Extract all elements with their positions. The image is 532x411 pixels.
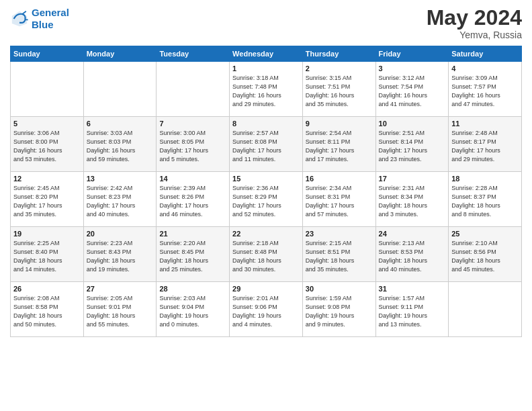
calendar-cell: 22Sunrise: 2:18 AM Sunset: 8:48 PM Dayli… xyxy=(230,227,303,282)
calendar-cell: 3Sunrise: 3:12 AM Sunset: 7:54 PM Daylig… xyxy=(375,62,449,117)
day-number: 1 xyxy=(232,64,300,73)
day-number: 26 xyxy=(13,285,81,293)
day-number: 19 xyxy=(13,230,81,238)
calendar-cell: 24Sunrise: 2:13 AM Sunset: 8:53 PM Dayli… xyxy=(375,227,449,282)
day-number: 18 xyxy=(451,175,519,183)
calendar-cell: 9Sunrise: 2:54 AM Sunset: 8:11 PM Daylig… xyxy=(302,117,375,172)
month-year: May 2024 xyxy=(427,7,522,28)
calendar-cell xyxy=(83,62,157,117)
day-number: 20 xyxy=(87,230,154,238)
day-info: Sunrise: 3:00 AM Sunset: 8:05 PM Dayligh… xyxy=(159,129,226,164)
day-info: Sunrise: 2:31 AM Sunset: 8:34 PM Dayligh… xyxy=(379,184,446,219)
day-number: 6 xyxy=(87,120,154,128)
day-info: Sunrise: 2:03 AM Sunset: 9:04 PM Dayligh… xyxy=(159,294,226,329)
day-number: 10 xyxy=(379,120,446,128)
calendar-cell: 23Sunrise: 2:15 AM Sunset: 8:51 PM Dayli… xyxy=(302,227,375,282)
day-info: Sunrise: 1:57 AM Sunset: 9:11 PM Dayligh… xyxy=(379,294,446,329)
day-info: Sunrise: 3:18 AM Sunset: 7:48 PM Dayligh… xyxy=(232,74,300,109)
col-tuesday: Tuesday xyxy=(157,46,230,62)
calendar-cell: 5Sunrise: 3:06 AM Sunset: 8:00 PM Daylig… xyxy=(11,117,84,172)
day-number: 4 xyxy=(451,64,519,73)
day-info: Sunrise: 2:13 AM Sunset: 8:53 PM Dayligh… xyxy=(379,239,446,274)
day-info: Sunrise: 2:18 AM Sunset: 8:48 PM Dayligh… xyxy=(232,239,300,274)
day-info: Sunrise: 2:48 AM Sunset: 8:17 PM Dayligh… xyxy=(451,129,519,164)
calendar-cell: 21Sunrise: 2:20 AM Sunset: 8:45 PM Dayli… xyxy=(157,227,230,282)
page: General Blue May 2024 Yemva, Russia Sund… xyxy=(0,0,532,411)
calendar-cell: 8Sunrise: 2:57 AM Sunset: 8:08 PM Daylig… xyxy=(230,117,303,172)
col-friday: Friday xyxy=(375,46,449,62)
day-info: Sunrise: 2:23 AM Sunset: 8:43 PM Dayligh… xyxy=(87,239,154,274)
col-monday: Monday xyxy=(83,46,157,62)
day-info: Sunrise: 2:20 AM Sunset: 8:45 PM Dayligh… xyxy=(159,239,226,274)
day-info: Sunrise: 2:25 AM Sunset: 8:40 PM Dayligh… xyxy=(13,239,81,274)
calendar-cell: 17Sunrise: 2:31 AM Sunset: 8:34 PM Dayli… xyxy=(375,172,449,227)
day-info: Sunrise: 2:45 AM Sunset: 8:20 PM Dayligh… xyxy=(13,184,81,219)
logo-text: General Blue xyxy=(32,7,69,31)
day-number: 23 xyxy=(306,230,373,238)
calendar-cell: 26Sunrise: 2:08 AM Sunset: 8:58 PM Dayli… xyxy=(11,282,84,337)
day-info: Sunrise: 1:59 AM Sunset: 9:08 PM Dayligh… xyxy=(306,294,373,329)
day-number: 27 xyxy=(87,285,154,293)
day-info: Sunrise: 3:09 AM Sunset: 7:57 PM Dayligh… xyxy=(451,74,519,109)
day-number: 28 xyxy=(159,285,226,293)
header-row: Sunday Monday Tuesday Wednesday Thursday… xyxy=(11,46,522,62)
calendar-cell: 6Sunrise: 3:03 AM Sunset: 8:03 PM Daylig… xyxy=(83,117,157,172)
day-number: 11 xyxy=(451,120,519,128)
logo: General Blue xyxy=(10,7,69,31)
day-info: Sunrise: 2:51 AM Sunset: 8:14 PM Dayligh… xyxy=(379,129,446,164)
day-number: 25 xyxy=(451,230,519,238)
day-number: 31 xyxy=(379,285,446,293)
day-info: Sunrise: 2:15 AM Sunset: 8:51 PM Dayligh… xyxy=(306,239,373,274)
calendar-cell: 4Sunrise: 3:09 AM Sunset: 7:57 PM Daylig… xyxy=(449,62,522,117)
calendar-cell: 29Sunrise: 2:01 AM Sunset: 9:06 PM Dayli… xyxy=(230,282,303,337)
day-info: Sunrise: 2:01 AM Sunset: 9:06 PM Dayligh… xyxy=(232,294,300,329)
day-info: Sunrise: 2:08 AM Sunset: 8:58 PM Dayligh… xyxy=(13,294,81,329)
calendar-cell: 12Sunrise: 2:45 AM Sunset: 8:20 PM Dayli… xyxy=(11,172,84,227)
day-info: Sunrise: 3:03 AM Sunset: 8:03 PM Dayligh… xyxy=(87,129,154,164)
calendar-cell: 27Sunrise: 2:05 AM Sunset: 9:01 PM Dayli… xyxy=(83,282,157,337)
calendar-cell: 2Sunrise: 3:15 AM Sunset: 7:51 PM Daylig… xyxy=(302,62,375,117)
calendar-cell xyxy=(449,282,522,337)
header: General Blue May 2024 Yemva, Russia xyxy=(10,7,522,40)
calendar-week-5: 26Sunrise: 2:08 AM Sunset: 8:58 PM Dayli… xyxy=(11,282,522,337)
day-info: Sunrise: 2:54 AM Sunset: 8:11 PM Dayligh… xyxy=(306,129,373,164)
day-info: Sunrise: 3:12 AM Sunset: 7:54 PM Dayligh… xyxy=(379,74,446,109)
calendar-cell xyxy=(157,62,230,117)
day-number: 12 xyxy=(13,175,81,183)
calendar-week-1: 1Sunrise: 3:18 AM Sunset: 7:48 PM Daylig… xyxy=(11,62,522,117)
calendar-cell: 1Sunrise: 3:18 AM Sunset: 7:48 PM Daylig… xyxy=(230,62,303,117)
calendar-week-3: 12Sunrise: 2:45 AM Sunset: 8:20 PM Dayli… xyxy=(11,172,522,227)
calendar-cell: 11Sunrise: 2:48 AM Sunset: 8:17 PM Dayli… xyxy=(449,117,522,172)
col-sunday: Sunday xyxy=(11,46,84,62)
calendar-table: Sunday Monday Tuesday Wednesday Thursday… xyxy=(10,46,522,337)
calendar-cell: 20Sunrise: 2:23 AM Sunset: 8:43 PM Dayli… xyxy=(83,227,157,282)
calendar-cell: 10Sunrise: 2:51 AM Sunset: 8:14 PM Dayli… xyxy=(375,117,449,172)
day-number: 30 xyxy=(306,285,373,293)
calendar-cell: 14Sunrise: 2:39 AM Sunset: 8:26 PM Dayli… xyxy=(157,172,230,227)
calendar-cell: 19Sunrise: 2:25 AM Sunset: 8:40 PM Dayli… xyxy=(11,227,84,282)
calendar-cell: 28Sunrise: 2:03 AM Sunset: 9:04 PM Dayli… xyxy=(157,282,230,337)
day-number: 2 xyxy=(306,64,373,73)
day-number: 8 xyxy=(232,120,300,128)
day-info: Sunrise: 2:36 AM Sunset: 8:29 PM Dayligh… xyxy=(232,184,300,219)
day-number: 22 xyxy=(232,230,300,238)
day-number: 14 xyxy=(159,175,226,183)
title-block: May 2024 Yemva, Russia xyxy=(427,7,522,40)
col-wednesday: Wednesday xyxy=(230,46,303,62)
calendar-cell xyxy=(11,62,84,117)
logo-icon xyxy=(10,9,29,28)
calendar-cell: 7Sunrise: 3:00 AM Sunset: 8:05 PM Daylig… xyxy=(157,117,230,172)
day-number: 15 xyxy=(232,175,300,183)
location: Yemva, Russia xyxy=(427,30,522,40)
calendar-cell: 25Sunrise: 2:10 AM Sunset: 8:56 PM Dayli… xyxy=(449,227,522,282)
calendar-week-2: 5Sunrise: 3:06 AM Sunset: 8:00 PM Daylig… xyxy=(11,117,522,172)
day-number: 21 xyxy=(159,230,226,238)
day-number: 13 xyxy=(87,175,154,183)
calendar-cell: 15Sunrise: 2:36 AM Sunset: 8:29 PM Dayli… xyxy=(230,172,303,227)
day-number: 17 xyxy=(379,175,446,183)
day-info: Sunrise: 2:42 AM Sunset: 8:23 PM Dayligh… xyxy=(87,184,154,219)
day-info: Sunrise: 3:06 AM Sunset: 8:00 PM Dayligh… xyxy=(13,129,81,164)
day-number: 29 xyxy=(232,285,300,293)
calendar-cell: 31Sunrise: 1:57 AM Sunset: 9:11 PM Dayli… xyxy=(375,282,449,337)
day-number: 5 xyxy=(13,120,81,128)
